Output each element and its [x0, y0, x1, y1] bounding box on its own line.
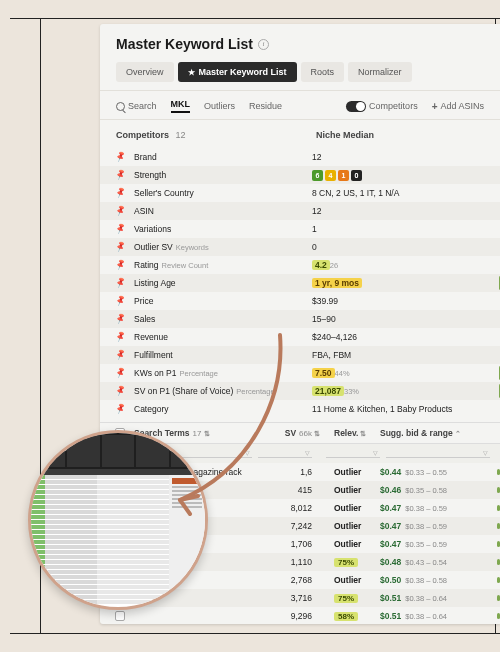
stat-row: 📌 Price [100, 292, 300, 310]
filter-sugg[interactable]: ▽ [386, 448, 490, 458]
toggle-competitors[interactable]: Competitors [346, 101, 418, 112]
niche-median-header: Niche Median [300, 130, 500, 148]
cell-sugg: $0.44$0.33 – 0.55 [380, 467, 490, 477]
sort-icon: ⇅ [204, 430, 210, 437]
col-sv[interactable]: SV66k⇅ [260, 428, 320, 438]
stat-value: 7.50 44% [300, 364, 500, 382]
pin-icon[interactable]: 📌 [115, 295, 127, 306]
cell-sv: 3,716 [260, 593, 320, 603]
cell-relev: 75% [320, 593, 380, 603]
primary-tabs: Overview ★ Master Keyword List Roots Nor… [116, 62, 484, 82]
stat-value: 11 Home & Kitchen, 1 Baby Products [300, 400, 500, 418]
subtab-residue[interactable]: Residue [249, 101, 282, 111]
stat-value: 8 CN, 2 US, 1 IT, 1 N/A [300, 184, 500, 202]
plus-icon: + [432, 101, 438, 112]
subtab-mkl[interactable]: MKL [171, 99, 191, 113]
stat-row: 📌 Fulfillment [100, 346, 300, 364]
stat-value: FBA, FBM [300, 346, 500, 364]
cell-sugg: $0.50$0.38 – 0.58 [380, 575, 490, 585]
add-asins-button[interactable]: + Add ASINs [432, 101, 484, 112]
table-row[interactable]: 9,296 58% $0.51$0.38 – 0.64 [100, 607, 500, 624]
page-title: Master Keyword List [116, 36, 253, 52]
cell-relev: Outlier [320, 575, 380, 585]
stat-row: 📌 Strength [100, 166, 300, 184]
pin-icon[interactable]: 📌 [115, 151, 127, 162]
pin-icon[interactable]: 📌 [115, 259, 127, 270]
stat-value: 0 [300, 238, 500, 256]
cell-sv: 8,012 [260, 503, 320, 513]
stat-value: 1 [300, 220, 500, 238]
stat-row: 📌 Sales [100, 310, 300, 328]
tab-master-keyword-list[interactable]: ★ Master Keyword List [178, 62, 297, 82]
cell-relev: Outlier [320, 467, 380, 477]
stat-value: 12 [300, 202, 500, 220]
pin-icon[interactable]: 📌 [115, 241, 127, 252]
row-checkbox[interactable] [115, 611, 125, 621]
pin-icon[interactable]: 📌 [115, 331, 127, 342]
stat-row: 📌 Category [100, 400, 300, 418]
cell-relev: Outlier [320, 521, 380, 531]
pin-icon[interactable]: 📌 [115, 403, 127, 414]
stat-value: 12 [300, 148, 500, 166]
pin-icon[interactable]: 📌 [115, 385, 127, 396]
tab-roots[interactable]: Roots [301, 62, 345, 82]
pin-icon[interactable]: 📌 [115, 367, 127, 378]
stat-value: 6410 [300, 166, 500, 184]
cell-sugg: $0.47$0.35 – 0.59 [380, 539, 490, 549]
search-icon [116, 102, 125, 111]
cell-relev: Outlier [320, 503, 380, 513]
info-icon[interactable]: i [258, 39, 269, 50]
stat-row: 📌 Variations [100, 220, 300, 238]
cell-sv: 9,296 [260, 611, 320, 621]
pin-icon[interactable]: 📌 [115, 187, 127, 198]
filter-relev[interactable]: ▽ [326, 448, 380, 458]
filter-sv[interactable]: ▽ [258, 448, 312, 458]
tab-normalizer[interactable]: Normalizer [348, 62, 412, 82]
stats-block: Competitors 12 📌 Brand📌 Strength📌 Seller… [100, 120, 500, 422]
cell-relev: Outlier [320, 539, 380, 549]
toggle-switch-icon [346, 101, 366, 112]
pin-icon[interactable]: 📌 [115, 223, 127, 234]
pin-icon[interactable]: 📌 [115, 313, 127, 324]
stat-row: 📌 Revenue [100, 328, 300, 346]
cell-sv: 7,242 [260, 521, 320, 531]
cell-sv: 1,6 [260, 467, 320, 477]
tab-overview[interactable]: Overview [116, 62, 174, 82]
cell-sugg: $0.47$0.38 – 0.59 [380, 503, 490, 513]
pin-icon[interactable]: 📌 [115, 277, 127, 288]
stat-row: 📌 Brand [100, 148, 300, 166]
stat-value: 15–90 [300, 310, 500, 328]
tab-mkl-label: Master Keyword List [199, 67, 287, 77]
competitors-header: Competitors 12 [100, 130, 300, 148]
stat-row: 📌 Outlier SVKeywords [100, 238, 300, 256]
stat-row: 📌 RatingReview Count [100, 256, 300, 274]
cell-relev: Outlier [320, 485, 380, 495]
cell-sugg: $0.47$0.38 – 0.59 [380, 521, 490, 531]
col-sugg[interactable]: Sugg. bid & range⌃ [380, 428, 490, 438]
cell-sv: 1,110 [260, 557, 320, 567]
cell-sugg: $0.48$0.43 – 0.54 [380, 557, 490, 567]
cell-sugg: $0.46$0.35 – 0.58 [380, 485, 490, 495]
pin-icon[interactable]: 📌 [115, 205, 127, 216]
cell-relev: 58% [320, 611, 380, 621]
subtab-outliers[interactable]: Outliers [204, 101, 235, 111]
panel-header: Master Keyword List i Overview ★ Master … [100, 24, 500, 90]
spreadsheet-thumbnail [28, 430, 208, 610]
stat-row: 📌 Listing Age [100, 274, 300, 292]
sub-nav: Search MKL Outliers Residue Competitors … [100, 90, 500, 120]
col-relev[interactable]: Relev.⇅ [320, 428, 380, 438]
funnel-icon: ▽ [245, 449, 250, 456]
stat-value: 1 yr, 9 mos [300, 274, 500, 292]
subtab-search[interactable]: Search [116, 101, 157, 111]
stat-row: 📌 ASIN [100, 202, 300, 220]
cell-sugg: $0.51$0.38 – 0.64 [380, 593, 490, 603]
stat-value: 4.2 26 [300, 256, 500, 274]
stat-value: 21,087 33% [300, 382, 500, 400]
cell-sv: 415 [260, 485, 320, 495]
pin-icon[interactable]: 📌 [115, 169, 127, 180]
stat-row: 📌 SV on P1 (Share of Voice)Percentage [100, 382, 300, 400]
cell-relev: 75% [320, 557, 380, 567]
stat-value: $39.99 [300, 292, 500, 310]
pin-icon[interactable]: 📌 [115, 349, 127, 360]
star-icon: ★ [188, 68, 195, 77]
